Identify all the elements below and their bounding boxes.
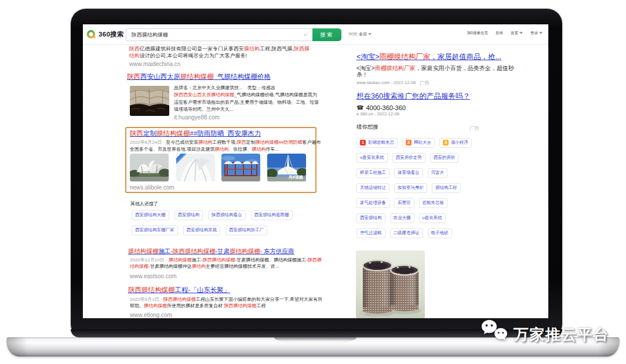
result-snippet: 陕西亿德膜建筑科技有限公司是一家专门从事西安膜结构工程,陕西气膜,陕西膜结构设计… [129,45,310,59]
search-chip[interactable]: u盘安装系统 [356,153,388,163]
result-thumbnail-membrane-1[interactable] [130,154,169,181]
ad-title-link[interactable]: <淘宝>雨棚膜结构厂家，家居超值商品，抢... [356,53,501,61]
guess-chips-row: 空气过滤棉二级建造师证电子地磅 [356,228,452,238]
search-chip[interactable]: 2网站大全 [402,138,435,148]
ad-title-link[interactable]: 想在360搜索推广您的产品服务吗？ [356,92,470,100]
page: 360搜索 陕西膜结构煤棚 × 搜索 时间全部 360搜索首页 反馈 设置 登录… [0,0,626,364]
guess-chips-row: 1彩钢岩棉夹芯2网站大全3做小程序 [356,138,472,148]
search-chip[interactable]: 3做小程序 [439,138,472,148]
search-chip[interactable]: 天猫店铺转让 [356,183,390,193]
result-snippet: 2022年6月24日 - 至今已成功安装膜结构工程数千项,陕西定制膜结构煤棚##… [130,139,321,152]
search-chip[interactable]: 贝雷片 [428,168,448,178]
result-thumbnail-membrane-4[interactable]: 共6张图 [267,154,306,181]
result-url[interactable]: www.maidechina.cn [129,61,180,67]
guess-chips-row: 西安膜结构农业大棚u盘装系统 [356,213,446,223]
result-url[interactable]: www.etlong.com [130,312,172,318]
link-360-home[interactable]: 360搜索首页 [467,31,488,36]
guess-chips-row: u盘安装系统西安房价走势西安的房价 [356,153,458,163]
search-chip[interactable]: 桥梁工程施工 [356,168,390,178]
search-chip[interactable]: 空气过滤棉 [356,228,385,238]
rank-badge: 2 [406,140,412,145]
time-filter[interactable]: 时间全部 [349,31,372,37]
chevron-down-icon [539,32,543,34]
related-search-chips-row: 西安膜结构车棚厂家西安膜结构景观西安膜结构加工厂 [132,225,267,235]
laptop-lid-notch [274,337,356,344]
search-chip[interactable]: 农业大棚 [390,213,414,223]
search-chip[interactable]: 体育场看台 [394,168,423,178]
result-snippet: 品牌名：北京中天久业膜建筑技... 类型：传感器陕西西安山西太原膜结构煤棚_气膜… [174,85,319,113]
search-chip[interactable]: 废气处理设备 [356,198,390,208]
search-chip[interactable]: 西安房价走势 [392,153,425,163]
guess-chips-row: 废气处理设备石墨管岩棉夹芯板 [356,198,447,208]
search-chip[interactable]: 西安膜结构 [174,210,203,220]
header-links: 360搜索首页 反馈 设置 登录 [467,31,543,36]
chat-bubbles-icon [480,319,509,347]
search-chip[interactable]: 膜结构工程 [432,183,461,193]
related-search-chips-row: 西安膜结构大棚西安膜结构陕西膜结构看台西安膜结构遮雨棚 [132,210,293,220]
360-search-logo[interactable]: 360搜索 [86,29,124,39]
search-chip[interactable]: u盘装系统 [419,213,446,223]
filter-cylinder-right [391,265,418,311]
ad-snippet: <淘宝>雨棚膜结构厂家，家庭实用小百货，品类齐全，超值秒杀！ [356,65,514,78]
guess-chips-row: 天猫店铺转让实验室马弗炉膜结构工程 [356,183,461,193]
laptop-screen: 360搜索 陕西膜结构煤棚 × 搜索 时间全部 360搜索首页 反馈 设置 登录… [83,24,548,318]
result-url[interactable]: news.alibole.com [130,184,174,191]
search-chip[interactable]: 西安膜结构加工厂 [225,225,267,235]
result-thumbnail-membrane-2[interactable] [176,154,215,181]
link-settings[interactable]: 设置 [511,31,523,36]
search-header: 360搜索 陕西膜结构煤棚 × 搜索 时间全部 360搜索首页 反馈 设置 登录 [83,24,548,45]
watermark-text: 万家推云平台 [514,325,609,345]
ad-label: 广告 [420,80,430,87]
search-button[interactable]: 搜索 [312,28,341,41]
mesh-filter-photo[interactable] [356,250,425,319]
result-url[interactable]: www.eastsoo.com [130,273,177,279]
phone-icon: ☎ [356,104,363,111]
result-title-link[interactable]: 陕西膜结构煤棚工程-「山东长聚」 [128,286,230,294]
clear-search-icon[interactable]: × [304,31,312,38]
chevron-down-icon [519,32,523,34]
search-chip[interactable]: 西安膜结构 [356,213,385,223]
search-chip[interactable]: 西安膜结构大棚 [132,210,169,220]
search-chip[interactable]: 石墨管 [394,198,414,208]
search-chip[interactable]: 电子地磅 [428,228,452,238]
result-title-link[interactable]: 陕西定制膜结构煤棚##防雨防晒_西安康杰力 [130,130,261,137]
ad-label: 广告 [470,125,479,132]
search-chip[interactable]: 西安的房价 [430,153,459,163]
result-url[interactable]: it.huangye88.com [174,114,220,121]
search-chip[interactable]: 1彩钢岩棉夹芯 [356,138,398,148]
search-chip[interactable]: 西安膜结构景观 [183,225,221,235]
search-input[interactable]: 陕西膜结构煤棚 × [126,28,312,41]
search-chip[interactable]: 二级建造师证 [390,228,423,238]
svg-text:共6张图: 共6张图 [288,174,303,180]
result-title-link[interactable]: 陕西西安山西太原膜结构煤棚_气膜结构煤棚价格 [127,73,271,81]
link-feedback[interactable]: 反馈 [496,31,503,36]
chevron-down-icon [368,33,372,35]
rank-badge: 1 [360,140,366,145]
link-login[interactable]: 登录 [530,31,543,36]
logo-text: 360搜索 [99,30,124,39]
watermark: 万家推云平台 [480,319,609,347]
result-title-link[interactable]: 膜结构煤棚施工-陕西膜结构煤棚-甘肃膜结构煤棚- 东方供应商 [128,247,294,255]
ad-url[interactable]: e.360.cn - 2022-12-08 [356,111,399,117]
guess-search-title: 猜你想搜 [356,123,378,131]
search-chip[interactable]: 实验室马弗炉 [394,183,427,193]
result-snippet: 2020年12月10日 - 膜结构煤棚施工-陕西膜结构煤棚-甘肃膜结构煤棚。膜结… [130,257,322,270]
result-thumbnail-coal-shed[interactable] [130,86,169,116]
search-chip[interactable]: 西安膜结构车棚厂家 [132,225,178,235]
guess-chips-row: 桥梁工程施工体育场看台贝雷片 [356,168,447,178]
search-chip[interactable]: 西安膜结构遮雨棚 [251,210,293,220]
filter-cylinder-left [363,260,392,314]
ad-url[interactable]: www.taobao.com - 2022-12-08 [356,80,416,85]
360-logo-icon [86,29,96,39]
search-chip[interactable]: 陕西膜结构看台 [208,210,246,220]
search-chip[interactable]: 岩棉夹芯板 [419,198,448,208]
rank-badge: 3 [443,140,449,145]
search-query-text: 陕西膜结构煤棚 [126,31,304,39]
ad-phone: ☎ 4000-360-360 [356,104,406,111]
result-snippet: 2022年5月1日 - 陕西膜结构煤棚工程山东长聚下面小编简单的和大家分享一下,… [130,296,322,310]
related-searches-title: 其他人还搜了 [130,201,158,207]
result-thumbnail-membrane-3[interactable] [221,154,260,181]
